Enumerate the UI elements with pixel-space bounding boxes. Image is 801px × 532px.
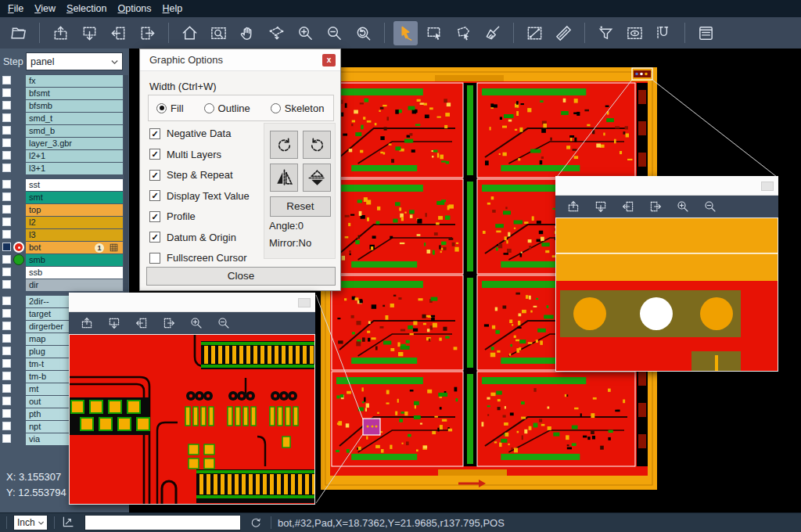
layer-name[interactable]: top [26, 204, 123, 216]
layer-name[interactable]: smd_t [26, 113, 123, 124]
checkbox-box[interactable]: ✓ [149, 190, 160, 201]
tool-zoom-in-icon[interactable] [293, 21, 318, 45]
grid-icon[interactable] [110, 243, 118, 252]
layer-name[interactable]: smd_b [26, 125, 123, 137]
popup-menu-button[interactable] [298, 298, 311, 307]
layer-name[interactable]: l3 [26, 229, 123, 241]
unit-select[interactable]: Inch [13, 515, 48, 530]
layer-row-dir[interactable]: dir [0, 279, 129, 291]
tool-pan-up-icon[interactable] [48, 21, 73, 45]
layer-row-smd_t[interactable]: smd_t [0, 113, 129, 124]
radio-outline[interactable]: Outline [204, 102, 250, 114]
layer-row-sst[interactable]: sst [0, 179, 129, 191]
tool-rect-select-icon[interactable] [422, 21, 447, 45]
menu-item-options[interactable]: Options [117, 3, 151, 14]
tool-ruler-icon[interactable] [551, 21, 576, 45]
close-icon[interactable]: x [322, 54, 336, 66]
magnifier-tool-pan-left-icon[interactable] [133, 315, 150, 332]
layer-active-indicator-green[interactable] [13, 254, 24, 265]
layer-visibility-checkbox[interactable] [2, 180, 11, 189]
layer-name[interactable]: smb [26, 254, 123, 266]
tool-pan-right-icon[interactable] [135, 21, 160, 45]
menu-item-file[interactable]: File [8, 3, 23, 14]
magnifier-view[interactable] [69, 334, 315, 505]
checkbox-box[interactable]: ✓ [149, 170, 160, 181]
radio-circle[interactable] [204, 103, 214, 113]
layer-visibility-checkbox[interactable] [2, 347, 11, 355]
layer-visibility-checkbox[interactable] [2, 384, 11, 393]
layer-row-bot[interactable]: bot1 [0, 242, 129, 253]
checkbox-box[interactable]: ✓ [149, 211, 160, 222]
layer-name[interactable]: dir [26, 279, 123, 291]
checkbox-fullscreen-cursor[interactable]: Fullscreen Cursor [149, 252, 247, 264]
layer-name[interactable]: bot1 [26, 242, 123, 253]
layer-name[interactable]: l3+1 [26, 163, 123, 174]
layer-visibility-checkbox[interactable] [2, 230, 11, 239]
layer-row-ssb[interactable]: ssb [0, 267, 129, 279]
checkbox-box[interactable] [149, 253, 160, 264]
tool-filter-icon[interactable] [594, 21, 618, 45]
menu-item-help[interactable]: Help [163, 3, 183, 14]
tool-open-folder-icon[interactable] [6, 21, 31, 45]
radio-fill[interactable]: Fill [156, 102, 184, 114]
magnifier-tool-zoom-out-icon[interactable] [702, 198, 719, 215]
checkbox-box[interactable]: ✓ [149, 149, 160, 160]
command-input[interactable] [84, 515, 241, 530]
tool-zoom-poly-icon[interactable] [264, 21, 289, 45]
step-select[interactable]: panel [26, 52, 123, 70]
layer-name[interactable]: sst [26, 179, 123, 191]
layer-visibility-checkbox[interactable] [2, 372, 11, 380]
magnifier-title-bar[interactable] [555, 176, 778, 196]
layer-visibility-checkbox[interactable] [2, 322, 11, 330]
layer-row-smt[interactable]: smt [0, 192, 129, 203]
popup-menu-button[interactable] [761, 182, 774, 191]
apply-refresh-icon[interactable] [247, 514, 264, 531]
radio-circle[interactable] [271, 103, 281, 113]
layer-row-bfsmb[interactable]: bfsmb [0, 100, 129, 112]
tool-pan-left-icon[interactable] [106, 21, 131, 45]
layer-row-smb[interactable]: smb [0, 254, 129, 266]
layer-visibility-checkbox[interactable] [2, 138, 11, 147]
layer-name[interactable]: l2+1 [26, 150, 123, 162]
layer-visibility-checkbox[interactable] [2, 205, 11, 214]
menu-item-selection[interactable]: Selection [66, 3, 106, 14]
tool-layers-panel-icon[interactable] [694, 21, 718, 45]
tool-clean-brush-icon[interactable] [480, 21, 505, 45]
layer-visibility-checkbox[interactable] [2, 309, 11, 318]
layer-visibility-checkbox[interactable] [2, 422, 11, 430]
layer-name[interactable]: smt [26, 192, 123, 203]
layer-row-top[interactable]: top [0, 204, 129, 216]
magnifier-title-bar[interactable] [69, 293, 315, 312]
magnifier-tool-pan-right-icon[interactable] [160, 315, 178, 332]
layer-visibility-checkbox[interactable] [2, 409, 11, 418]
layer-name[interactable]: layer_3.gbr [26, 138, 123, 149]
layer-visibility-checkbox[interactable] [2, 192, 11, 201]
menu-item-view[interactable]: View [34, 3, 56, 14]
layer-active-indicator-red[interactable] [13, 242, 24, 253]
layer-visibility-checkbox[interactable] [2, 297, 11, 305]
layer-row-l3+1[interactable]: l3+1 [0, 163, 129, 174]
checkbox-datum-origin[interactable]: ✓Datum & Origin [149, 232, 236, 243]
magnifier-tool-pan-left-icon[interactable] [620, 198, 637, 215]
layer-visibility-checkbox[interactable] [2, 243, 11, 251]
tool-select-pointer-icon[interactable] [393, 21, 418, 45]
layer-visibility-checkbox[interactable] [2, 434, 11, 443]
tool-zoom-back-icon[interactable] [351, 21, 375, 45]
tool-zoom-out-icon[interactable] [322, 21, 347, 45]
layer-name[interactable]: ssb [26, 267, 123, 279]
checkbox-step-repeat[interactable]: ✓Step & Repeat [149, 169, 233, 181]
layer-visibility-checkbox[interactable] [2, 280, 11, 289]
layer-row-fx[interactable]: fx [0, 75, 129, 87]
radio-skeleton[interactable]: Skeleton [271, 102, 325, 114]
layer-visibility-checkbox[interactable] [2, 113, 11, 122]
radio-circle[interactable] [156, 103, 167, 113]
tool-pan-down-icon[interactable] [77, 21, 102, 45]
tool-snap-icon[interactable] [652, 21, 676, 45]
layer-visibility-checkbox[interactable] [2, 88, 11, 97]
layer-visibility-checkbox[interactable] [2, 334, 11, 343]
checkbox-display-text-value[interactable]: ✓Display Text Value [149, 190, 250, 202]
checkbox-profile[interactable]: ✓Profile [149, 210, 196, 222]
tool-show-region-icon[interactable] [623, 21, 647, 45]
layer-name[interactable]: bfsmt [26, 88, 123, 99]
checkbox-box[interactable]: ✓ [149, 128, 160, 139]
